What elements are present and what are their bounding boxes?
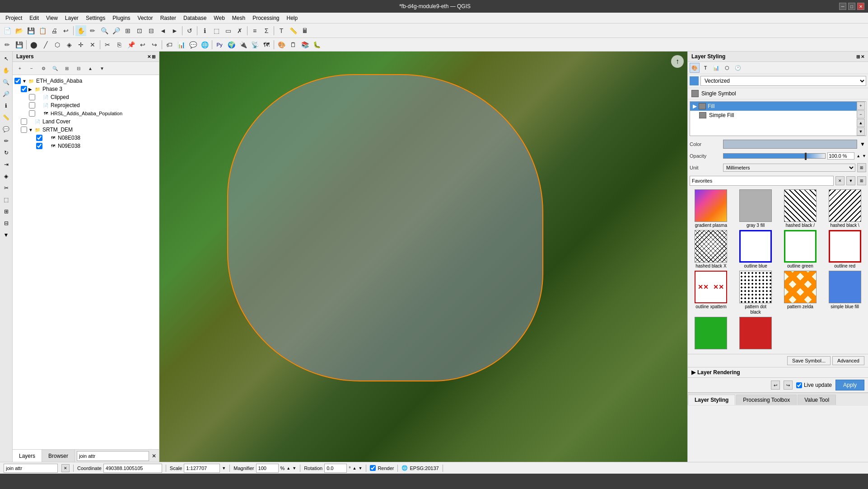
stats-btn[interactable]: Σ — [261, 25, 272, 36]
deselect-btn[interactable]: ✗ — [234, 25, 245, 36]
menu-database[interactable]: Database — [180, 14, 210, 22]
split-tool[interactable]: ⊞ — [1, 206, 12, 217]
swatch-pattern-zelda[interactable]: pattern zelda — [779, 271, 822, 315]
magnifier-up-btn[interactable]: ▲ — [286, 466, 290, 470]
layer-styling-float-btn[interactable]: ⊞ — [856, 54, 860, 59]
live-update-checkbox[interactable] — [796, 382, 802, 388]
layer-phase3-expand[interactable]: ▶ — [28, 87, 34, 92]
label-btn[interactable]: T — [276, 25, 287, 36]
opacity-handle[interactable] — [805, 153, 807, 160]
undo-btn[interactable]: ↩ — [61, 25, 71, 36]
measure-btn[interactable]: 📏 — [288, 25, 299, 36]
simple-fill-row[interactable]: Simple Fill — [690, 111, 857, 120]
paste-btn[interactable]: 📌 — [126, 39, 136, 50]
tab-processing-toolbox[interactable]: Processing Toolbox — [736, 395, 797, 405]
layer-hrsl-checkbox[interactable] — [29, 110, 35, 117]
layer-rendering-header[interactable]: ▶ Layer Rendering — [691, 369, 864, 376]
refresh-btn[interactable]: ↺ — [184, 25, 195, 36]
live-update-check[interactable]: Live update — [796, 382, 832, 388]
style-diagram-btn[interactable]: 📊 — [711, 63, 721, 73]
collapse-all-btn[interactable]: ⊟ — [73, 63, 84, 74]
georef2-btn[interactable]: 🗺 — [261, 39, 272, 50]
open-project-btn[interactable]: 📂 — [14, 25, 24, 36]
menu-web[interactable]: Web — [210, 14, 228, 22]
menu-help[interactable]: Help — [283, 14, 302, 22]
swatch-outline-xpattern[interactable]: ✕✕ ✕✕ outline xpattern — [690, 271, 733, 315]
reshape-tool[interactable]: ⬚ — [1, 194, 12, 205]
identify-btn[interactable]: ℹ — [199, 25, 210, 36]
layer-eth-addis-checkbox[interactable] — [14, 78, 21, 84]
add-point-btn[interactable]: ⬤ — [28, 39, 39, 50]
layers-panel-float[interactable]: ⊞ — [152, 54, 155, 59]
move-down-btn[interactable]: ▼ — [97, 63, 107, 74]
remove-layer-btn[interactable]: − — [26, 63, 37, 74]
menu-project[interactable]: Project — [2, 14, 26, 22]
redo2-btn[interactable]: ↪ — [149, 39, 160, 50]
cut-btn[interactable]: ✂ — [102, 39, 113, 50]
copy-btn[interactable]: ⎘ — [114, 39, 125, 50]
edit-toggle-btn[interactable]: ✏ — [2, 39, 13, 50]
rotation-input[interactable] — [324, 464, 347, 473]
unit-expand-btn[interactable]: ⊞ — [857, 163, 866, 172]
tab-layers[interactable]: Layers — [13, 450, 42, 462]
undo2-btn[interactable]: ↩ — [137, 39, 148, 50]
layer-reprojected-checkbox[interactable] — [29, 102, 35, 108]
menu-processing[interactable]: Processing — [249, 14, 283, 22]
style-label-btn[interactable]: T — [700, 63, 710, 73]
favorites-search-input[interactable] — [690, 176, 834, 186]
calculator-btn[interactable]: 🖩 — [299, 25, 310, 36]
cut-tool[interactable]: ✂ — [1, 183, 12, 193]
save-project-btn[interactable]: 💾 — [25, 25, 36, 36]
layer-eth-expand[interactable]: ▼ — [22, 79, 28, 84]
color-picker[interactable] — [723, 140, 857, 149]
offset-tool[interactable]: ⇥ — [1, 159, 12, 170]
style-history-btn[interactable]: 🕐 — [733, 63, 743, 73]
gps-btn[interactable]: 📡 — [249, 39, 260, 50]
layer-n09e038-checkbox[interactable] — [36, 143, 42, 149]
style-btn[interactable]: 🎨 — [276, 39, 287, 50]
swatch-outline-red[interactable]: outline red — [823, 230, 866, 269]
move-feature-btn[interactable]: ✛ — [75, 39, 86, 50]
symbol-fill-row[interactable]: ▶ Fill — [690, 102, 857, 111]
rotate-tool[interactable]: ↻ — [1, 147, 12, 158]
style-3d-btn[interactable]: ⬡ — [722, 63, 732, 73]
menu-edit[interactable]: Edit — [26, 14, 42, 22]
opacity-slider[interactable] — [723, 153, 826, 159]
symbol-down-btn[interactable]: ▼ — [857, 127, 865, 136]
menu-raster[interactable]: Raster — [157, 14, 180, 22]
pan-tool[interactable]: ✋ — [1, 65, 12, 76]
python-btn[interactable]: Py — [214, 39, 225, 50]
zoom-selection-btn[interactable]: ⊟ — [146, 25, 157, 36]
new-project-btn[interactable]: 📄 — [2, 25, 13, 36]
zoom-out-btn[interactable]: 🔎 — [111, 25, 121, 36]
globe-btn[interactable]: 🌍 — [226, 39, 237, 50]
swatch-pattern-dot-black[interactable]: pattern dot black — [734, 271, 777, 315]
georef-btn[interactable]: 🌐 — [199, 39, 210, 50]
move-up-btn[interactable]: ▲ — [85, 63, 96, 74]
more-tools[interactable]: ▼ — [1, 230, 12, 240]
opacity-down-btn[interactable]: ▼ — [862, 154, 866, 158]
layer-reprojected[interactable]: ▶ 📄 Reprojected — [13, 101, 159, 109]
digitize-tool[interactable]: ✏ — [1, 136, 12, 146]
search-input[interactable] — [77, 451, 149, 461]
layer-hrsl[interactable]: ▶ 🗺 HRSL_Addis_Ababa_Population — [13, 109, 159, 118]
print-btn[interactable]: 🖨 — [49, 25, 60, 36]
zoom-full-btn[interactable]: ⊞ — [122, 25, 133, 36]
color-edit-btn[interactable]: ▼ — [859, 141, 866, 147]
layer-landcover[interactable]: ▶ 📄 Land Cover — [13, 118, 159, 126]
swatch-hashed-fwd[interactable]: hashed black / — [779, 189, 822, 228]
layer-n08e038-checkbox[interactable] — [36, 135, 42, 141]
tab-layer-styling[interactable]: Layer Styling — [688, 395, 735, 405]
layer-n08e038[interactable]: ▶ 🗺 N08E038 — [13, 134, 159, 142]
select-rect-btn[interactable]: ▭ — [223, 25, 233, 36]
favorites-grid-btn[interactable]: ⊞ — [857, 176, 866, 185]
menu-plugins[interactable]: Plugins — [109, 14, 134, 22]
select-nodes-btn[interactable]: ◈ — [64, 39, 75, 50]
layer-eth-addis[interactable]: ▼ 📁 ETH_Addis_Ababa — [13, 77, 159, 85]
magnifier-down-btn[interactable]: ▼ — [292, 466, 296, 470]
opacity-value[interactable] — [827, 152, 854, 160]
epsg-item[interactable]: 🌐 EPSG:20137 — [401, 465, 439, 471]
layer-selector[interactable]: Vectorized — [700, 76, 866, 86]
node-tool[interactable]: ◈ — [1, 171, 12, 182]
zoom-out-tool[interactable]: 🔎 — [1, 89, 12, 99]
